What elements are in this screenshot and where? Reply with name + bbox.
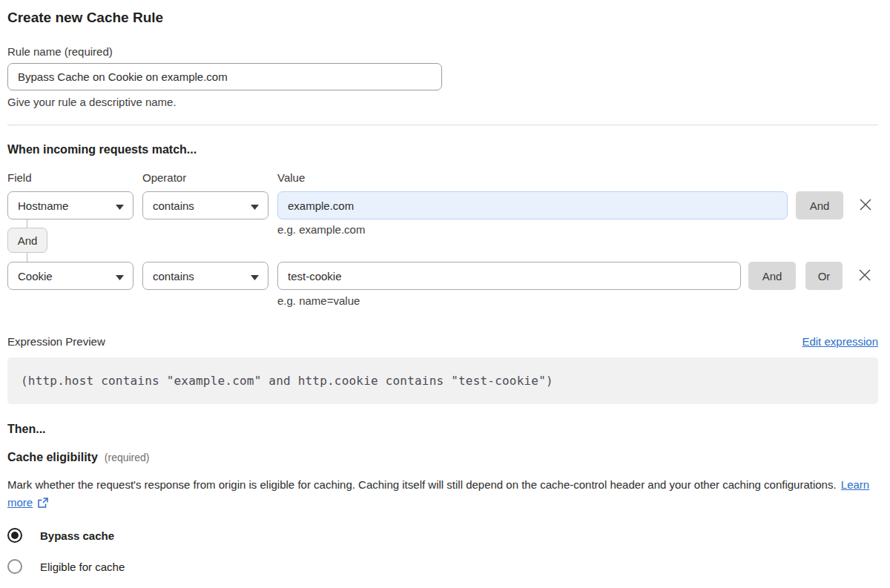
field-select-value: Cookie — [18, 270, 53, 283]
radio-selected-icon — [7, 528, 22, 543]
then-heading: Then... — [7, 423, 878, 436]
rule-name-input[interactable] — [7, 63, 442, 90]
remove-condition-button[interactable] — [855, 262, 874, 290]
chevron-down-icon — [116, 270, 124, 283]
value-hint: e.g. name=value — [277, 294, 878, 307]
radio-option-eligible-for-cache[interactable]: Eligible for cache — [7, 559, 125, 574]
condition-row: Hostname contains And — [7, 191, 878, 219]
match-heading: When incoming requests match... — [7, 143, 878, 156]
page-title: Create new Cache Rule — [7, 9, 878, 27]
description-text: Mark whether the request's response from… — [7, 478, 837, 491]
expression-preview-label: Expression Preview — [7, 335, 105, 348]
field-select[interactable]: Cookie — [7, 262, 134, 290]
field-select[interactable]: Hostname — [7, 191, 134, 219]
value-hint: e.g. example.com — [277, 223, 365, 236]
connector-line — [27, 219, 27, 228]
chevron-down-icon — [251, 199, 259, 212]
radio-option-label: Bypass cache — [40, 529, 114, 542]
expression-preview-code: (http.host contains "example.com" and ht… — [7, 357, 878, 404]
operator-select[interactable]: contains — [142, 191, 268, 219]
create-cache-rule-page: Create new Cache Rule Rule name (require… — [7, 9, 878, 574]
radio-option-bypass-cache[interactable]: Bypass cache — [7, 528, 114, 543]
add-and-condition-button[interactable]: And — [796, 191, 843, 219]
chevron-down-icon — [251, 270, 259, 283]
and-connector-badge: And — [7, 228, 47, 253]
field-column-label: Field — [7, 171, 142, 184]
section-divider — [7, 125, 878, 125]
remove-condition-button[interactable] — [856, 191, 875, 219]
radio-option-label: Eligible for cache — [40, 561, 125, 573]
edit-expression-link[interactable]: Edit expression — [802, 335, 878, 348]
add-and-condition-button[interactable]: And — [748, 262, 796, 290]
expression-preview-header: Expression Preview Edit expression — [7, 335, 878, 348]
radio-unselected-icon — [7, 559, 22, 574]
operator-select-value: contains — [153, 199, 194, 212]
condition-column-headers: Field Operator Value — [7, 171, 878, 184]
required-note: (required) — [105, 452, 150, 463]
operator-column-label: Operator — [142, 171, 277, 184]
condition-connector-zone: And e.g. example.com — [7, 219, 878, 262]
chevron-down-icon — [116, 199, 124, 212]
field-select-value: Hostname — [18, 199, 68, 212]
add-or-condition-button[interactable]: Or — [805, 262, 843, 290]
rule-name-help: Give your rule a descriptive name. — [7, 96, 878, 108]
close-icon — [857, 268, 872, 285]
operator-select-value: contains — [153, 270, 194, 283]
cache-eligibility-heading: Cache eligibility (required) — [7, 451, 878, 464]
cache-eligibility-description: Mark whether the request's response from… — [7, 476, 871, 512]
value-input[interactable] — [277, 262, 741, 290]
cache-eligibility-title: Cache eligibility — [7, 451, 98, 464]
close-icon — [858, 197, 873, 214]
condition-row: Cookie contains And Or — [7, 262, 878, 290]
external-link-icon — [37, 496, 49, 509]
value-input[interactable] — [277, 191, 788, 219]
connector-line — [27, 253, 27, 262]
operator-select[interactable]: contains — [142, 262, 268, 290]
value-column-label: Value — [277, 171, 305, 184]
rule-name-label: Rule name (required) — [7, 45, 878, 58]
